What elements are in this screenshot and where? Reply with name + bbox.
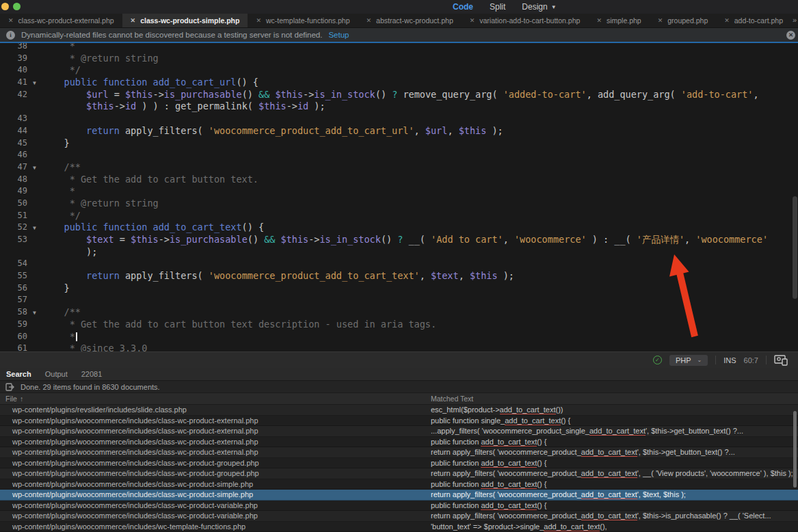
results-scrollbar-thumb[interactable] (793, 411, 797, 488)
result-row[interactable]: wp-content/plugins/woocommerce/includes/… (0, 468, 798, 479)
result-file-path: wp-content/plugins/woocommerce/includes/… (0, 511, 425, 521)
file-column-header[interactable]: File ↑ (0, 395, 425, 403)
line-number: 52 (0, 222, 27, 234)
result-row[interactable]: wp-content/plugins/woocommerce/includes/… (0, 437, 798, 448)
code-line[interactable]: 51 */ (0, 210, 798, 222)
language-label: PHP (676, 356, 691, 364)
tab-close-icon[interactable]: ✕ (256, 17, 261, 24)
result-row[interactable]: wp-content/plugins/woocommerce/includes/… (0, 501, 798, 511)
tab-close-icon[interactable]: ✕ (131, 17, 136, 24)
tab-close-icon[interactable]: ✕ (470, 17, 475, 24)
zoom-window-icon[interactable] (13, 3, 21, 10)
divider (715, 356, 716, 364)
file-tab[interactable]: ✕grouped.php (650, 14, 717, 27)
result-row[interactable]: wp-content/plugins/woocommerce/includes/… (0, 490, 798, 501)
result-row[interactable]: wp-content/plugins/woocommerce/includes/… (0, 426, 798, 437)
code-fold-icon[interactable]: ▼ (27, 222, 42, 234)
tab-close-icon[interactable]: ✕ (8, 17, 14, 24)
line-number: 43 (0, 113, 27, 125)
result-row[interactable]: wp-content/plugins/woocommerce/includes/… (0, 447, 798, 458)
language-select[interactable]: PHP ⌄ (669, 355, 708, 366)
code-line[interactable]: 43 (0, 113, 798, 125)
result-file-path: wp-content/plugins/revslider/includes/sl… (0, 405, 425, 415)
code-line[interactable]: 54 (0, 258, 798, 270)
code-fold-icon[interactable]: ▼ (27, 306, 42, 319)
file-tab[interactable]: ✕add-to-cart.php (716, 14, 785, 27)
line-number: 47 (0, 161, 27, 174)
code-line[interactable]: 42 $url = $this->is_purchasable() && $th… (0, 89, 798, 101)
result-file-path: wp-content/plugins/woocommerce/includes/… (0, 490, 425, 500)
code-line[interactable]: 56 } (0, 282, 798, 295)
code-editor[interactable]: 38 *39 * @return string40 */41▼ public f… (0, 43, 798, 351)
file-tab[interactable]: ✕simple.php (588, 14, 649, 27)
line-number: 42 (0, 89, 27, 101)
editor-scrollbar-thumb[interactable] (793, 196, 797, 299)
code-line[interactable]: 44 return apply_filters( 'woocommerce_pr… (0, 125, 798, 137)
code-line[interactable]: 40 */ (0, 64, 798, 77)
fold-gutter (27, 270, 42, 282)
code-line[interactable]: 48 * Get the add to cart button text. (0, 174, 798, 186)
file-tab[interactable]: ✕abstract-wc-product.php (358, 14, 462, 27)
code-line[interactable]: 57 (0, 294, 798, 306)
code-line[interactable]: 59 * Get the add to cart button text des… (0, 319, 798, 331)
result-row[interactable]: wp-content/plugins/revslider/includes/sl… (0, 405, 798, 416)
code-fold-icon[interactable]: ▼ (27, 161, 42, 174)
file-tab[interactable]: ✕variation-add-to-cart-button.php (462, 14, 589, 27)
code-line[interactable]: 60 * (0, 331, 798, 343)
view-mode-code[interactable]: Code (453, 2, 473, 12)
view-mode-switcher: CodeSplitDesign▼ (453, 0, 557, 14)
code-line[interactable]: 61 * @since 3.3.0 (0, 343, 798, 351)
result-row[interactable]: wp-content/plugins/woocommerce/includes/… (0, 458, 798, 469)
tab-overflow-icon[interactable]: » (793, 16, 796, 24)
code-line[interactable]: 46 (0, 149, 798, 161)
tab-close-icon[interactable]: ✕ (724, 17, 730, 24)
view-mode-split[interactable]: Split (490, 2, 505, 12)
chevron-down-icon: ▼ (551, 4, 557, 10)
result-file-path: wp-content/plugins/woocommerce/includes/… (0, 479, 425, 490)
result-row[interactable]: wp-content/plugins/woocommerce/includes/… (0, 479, 798, 490)
code-text: ); (42, 246, 97, 258)
notification-close-icon[interactable]: ✕ (786, 31, 795, 40)
matched-text-column-header[interactable]: Matched Text (425, 395, 798, 403)
code-line[interactable]: 58▼ /** (0, 306, 798, 319)
file-tab[interactable]: ✕wc-template-functions.php (248, 14, 358, 27)
fold-gutter (27, 137, 42, 150)
code-line[interactable]: 50 * @return string (0, 198, 798, 210)
tab-label: simple.php (607, 16, 641, 25)
result-row[interactable]: wp-content/plugins/woocommerce/includes/… (0, 522, 798, 532)
panel-tab-22081[interactable]: 22081 (81, 370, 103, 378)
code-line[interactable]: 55 return apply_filters( 'woocommerce_pr… (0, 270, 798, 282)
result-row[interactable]: wp-content/plugins/woocommerce/includes/… (0, 416, 798, 427)
code-line[interactable]: 52▼ public function add_to_cart_text() { (0, 222, 798, 234)
panel-tab-search[interactable]: Search (6, 370, 31, 378)
code-line[interactable]: ); (0, 246, 798, 258)
code-line[interactable]: 45 } (0, 137, 798, 150)
code-line[interactable]: 38 * (0, 43, 798, 53)
setup-link[interactable]: Setup (328, 31, 349, 39)
line-number (0, 101, 27, 113)
tab-close-icon[interactable]: ✕ (658, 17, 663, 24)
line-number: 38 (0, 43, 27, 53)
tab-close-icon[interactable]: ✕ (596, 17, 602, 24)
result-row[interactable]: wp-content/plugins/woocommerce/includes/… (0, 511, 798, 522)
file-tab[interactable]: ✕class-wc-product-simple.php (122, 14, 248, 27)
tab-label: abstract-wc-product.php (376, 16, 453, 25)
line-number: 56 (0, 282, 27, 295)
line-number: 60 (0, 331, 27, 343)
code-line[interactable]: 47▼ /** (0, 161, 798, 174)
code-line[interactable]: 53 $text = $this->is_purchasable() && $t… (0, 234, 798, 246)
view-mode-design[interactable]: Design▼ (522, 2, 556, 12)
file-tab[interactable]: ✕class-wc-product-external.php (0, 14, 122, 27)
code-text: * (42, 43, 75, 53)
line-number: 41 (0, 77, 27, 89)
code-line[interactable]: 49 * (0, 185, 798, 198)
code-fold-icon[interactable]: ▼ (27, 77, 42, 89)
code-line[interactable]: $this->id ) ) : get_permalink( $this->id… (0, 101, 798, 113)
code-line[interactable]: 41▼ public function add_to_cart_url() { (0, 77, 798, 89)
tab-close-icon[interactable]: ✕ (367, 17, 372, 24)
code-line[interactable]: 39 * @return string (0, 53, 798, 65)
line-number: 46 (0, 149, 27, 161)
minimize-window-icon[interactable] (1, 3, 9, 10)
realtime-preview-icon[interactable] (774, 355, 788, 366)
panel-tab-output[interactable]: Output (45, 370, 68, 378)
